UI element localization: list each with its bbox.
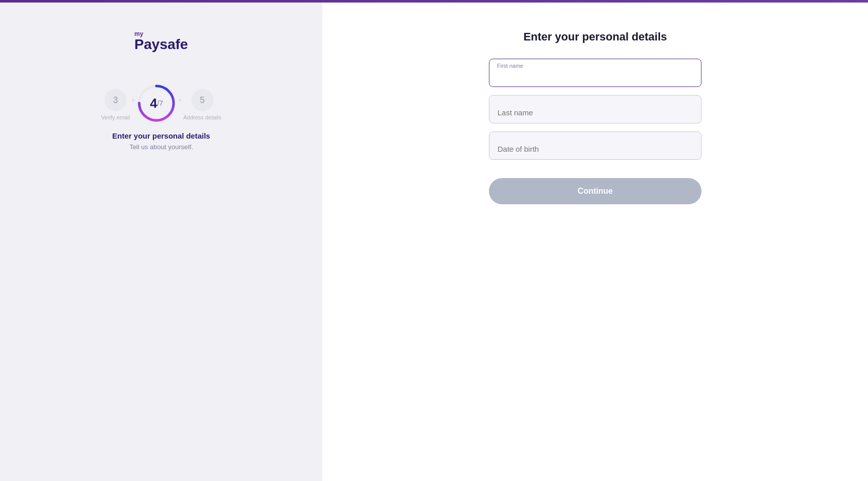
form-title: Enter your personal details [489, 30, 701, 43]
step-3-circle: 3 [104, 89, 127, 111]
step-3-label: Verify email [101, 114, 130, 120]
first-name-input[interactable] [489, 59, 701, 87]
step-5-circle: 5 [191, 89, 214, 111]
step-description-title: Enter your personal details [112, 132, 210, 140]
step-3: 3 Verify email [101, 89, 130, 120]
step-4-circle: 4/7 [136, 83, 177, 123]
dob-input[interactable] [489, 132, 701, 160]
steps-row: 3 Verify email › [101, 83, 221, 126]
step-description: Enter your personal details Tell us abou… [112, 132, 210, 151]
top-bar [0, 0, 868, 3]
step-arrow-2: › [179, 96, 181, 104]
dob-field [489, 132, 701, 160]
step-4-active: 4/7 [136, 83, 177, 126]
first-name-field: First name [489, 59, 701, 87]
logo: my Paysafe [135, 30, 188, 53]
step-5-label: Address details [183, 114, 221, 120]
logo-paysafe: Paysafe [135, 36, 188, 53]
continue-button[interactable]: Continue [489, 178, 701, 204]
step-4-total: /7 [157, 99, 163, 107]
step-4-number: 4 [150, 96, 157, 111]
step-arrow-1: › [132, 96, 135, 104]
left-panel: my Paysafe 3 Verify email › [0, 0, 322, 481]
step-description-subtitle: Tell us about yourself. [112, 143, 210, 151]
last-name-field [489, 95, 701, 123]
right-panel: Enter your personal details First name C… [322, 0, 868, 481]
last-name-input[interactable] [489, 95, 701, 123]
step-5: 5 Address details [183, 89, 221, 120]
form-container: Enter your personal details First name C… [489, 30, 701, 204]
